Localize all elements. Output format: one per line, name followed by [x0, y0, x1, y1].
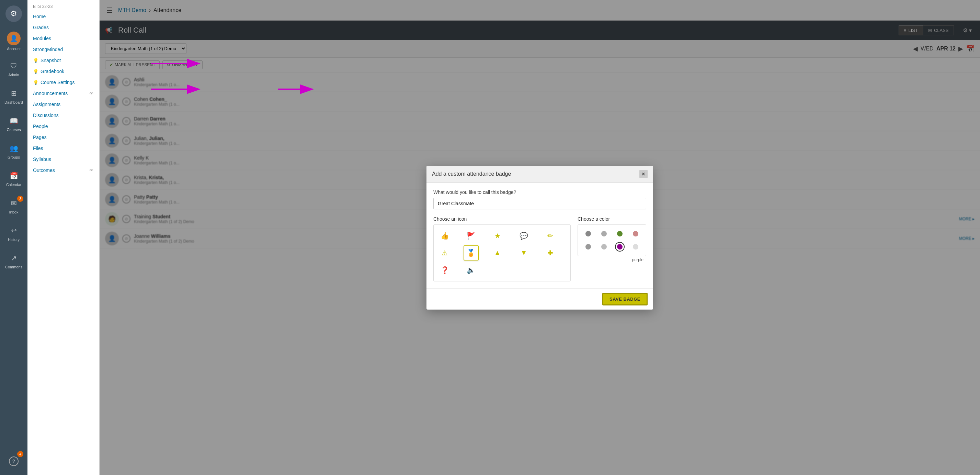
sidebar-item-grades[interactable]: Grades: [27, 22, 99, 33]
add-badge-modal: Add a custom attendance badge ✕ What wou…: [426, 166, 653, 310]
gradebook-label: Gradebook: [41, 68, 64, 74]
save-badge-button[interactable]: SAVE BADGE: [602, 293, 648, 305]
strongminded-label: StrongMinded: [33, 47, 63, 52]
bulb-icon-snapshot: 💡: [33, 58, 38, 63]
groups-icon: 👥: [8, 143, 19, 154]
color-dot-inner: [617, 244, 622, 249]
color-swatch-c8[interactable]: [631, 242, 640, 252]
sidebar-item-files[interactable]: Files: [27, 143, 99, 154]
pencil-icon-cell[interactable]: ✏: [542, 228, 558, 243]
choose-icon-label: Choose an icon: [433, 216, 571, 222]
color-dot-inner: [617, 231, 622, 237]
sidebar-item-assignments[interactable]: Assignments: [27, 99, 99, 110]
bulb-icon-gradebook: 💡: [33, 69, 38, 74]
sidebar-item-syllabus[interactable]: Syllabus: [27, 154, 99, 165]
canvas-logo: ⚙: [5, 5, 22, 22]
badge-icon-cell[interactable]: 🏅: [464, 245, 479, 261]
help-icon: ?: [9, 456, 19, 466]
sidebar-item-announcements[interactable]: Announcements 👁: [27, 88, 99, 99]
courses-icon: 📖: [8, 115, 19, 126]
sidebar-item-strongminded[interactable]: StrongMinded: [27, 44, 99, 55]
color-dot-inner: [585, 231, 591, 237]
color-dot-inner: [633, 244, 638, 249]
nav-item-admin[interactable]: 🛡 Admin: [0, 55, 27, 83]
color-swatch-c7[interactable]: [615, 242, 625, 252]
flag-icon-cell[interactable]: 🚩: [464, 228, 479, 243]
grades-label: Grades: [33, 25, 49, 30]
syllabus-label: Syllabus: [33, 157, 51, 162]
nav-label-courses: Courses: [7, 128, 21, 132]
plus-icon-cell[interactable]: ✚: [542, 245, 558, 261]
eye-icon-outcomes: 👁: [89, 168, 94, 173]
color-grid: [578, 224, 646, 256]
color-dot-inner: [601, 231, 607, 237]
color-dot-inner: [633, 231, 638, 237]
calendar-icon: 📅: [8, 170, 19, 181]
badge-name-label: What would you like to call this badge?: [433, 189, 646, 195]
announcements-label: Announcements: [33, 91, 68, 96]
color-swatch-c6[interactable]: [599, 242, 609, 252]
sidebar-item-discussions[interactable]: Discussions: [27, 110, 99, 121]
nav-label-admin: Admin: [8, 73, 19, 77]
main-content: ☰ MTH Demo › Attendance 📢 Roll Call ≡ LI…: [100, 0, 980, 475]
nav-item-account[interactable]: 👤 Account: [0, 27, 27, 55]
nav-label-history: History: [8, 237, 19, 241]
choose-color-label: Choose a color: [578, 216, 646, 222]
course-settings-label: Course Settings: [41, 79, 75, 85]
badge-name-input[interactable]: [433, 198, 646, 209]
admin-icon: 🛡: [8, 60, 19, 71]
selected-color-name: purple: [578, 257, 646, 262]
bulb-icon-settings: 💡: [33, 80, 38, 85]
nav-label-inbox: Inbox: [9, 210, 19, 214]
help-badge: 4: [17, 451, 23, 457]
question-icon-cell[interactable]: ❓: [437, 262, 452, 278]
course-label: BTS 22-23: [27, 0, 99, 11]
thumb-up-icon-cell[interactable]: 👍: [437, 228, 452, 243]
arrow-up-icon-cell[interactable]: ▲: [490, 245, 505, 261]
sidebar-item-outcomes[interactable]: Outcomes 👁: [27, 165, 99, 176]
color-dot-inner: [601, 244, 607, 249]
nav-item-inbox[interactable]: ✉ Inbox 3: [0, 192, 27, 220]
modal-header: Add a custom attendance badge ✕: [426, 166, 653, 183]
sidebar-item-snapshot[interactable]: 💡 Snapshot: [27, 55, 99, 66]
star-icon-cell[interactable]: ★: [490, 228, 505, 243]
sidebar-item-people[interactable]: People: [27, 121, 99, 132]
sidebar-item-course-settings[interactable]: 💡 Course Settings: [27, 77, 99, 88]
nav-item-help[interactable]: ? 4: [0, 448, 27, 475]
sidebar-item-pages[interactable]: Pages: [27, 132, 99, 143]
eye-icon-announcements: 👁: [89, 91, 94, 96]
color-swatch-c3[interactable]: [615, 229, 625, 238]
modal-close-button[interactable]: ✕: [640, 170, 648, 178]
modal-title: Add a custom attendance badge: [432, 171, 511, 177]
sidebar-item-home[interactable]: Home: [27, 11, 99, 22]
modal-overlay: Add a custom attendance badge ✕ What wou…: [100, 0, 980, 475]
modal-icon-color-row: Choose an icon 👍🚩★💬✏⚠🏅▲▼✚❓🔈 Choose a col…: [433, 216, 646, 281]
nav-label-calendar: Calendar: [6, 183, 22, 187]
nav-item-courses[interactable]: 📖 Courses: [0, 110, 27, 137]
down-arrow-icon-cell[interactable]: ▼: [516, 245, 531, 261]
nav-item-commons[interactable]: ↗ Commons: [0, 247, 27, 275]
sidebar-item-modules[interactable]: Modules: [27, 33, 99, 44]
people-label: People: [33, 124, 48, 129]
warning-icon-cell[interactable]: ⚠: [437, 245, 452, 261]
course-sidebar: BTS 22-23 Home Grades Modules StrongMind…: [27, 0, 100, 475]
outcomes-label: Outcomes: [33, 167, 55, 173]
icon-section: Choose an icon 👍🚩★💬✏⚠🏅▲▼✚❓🔈: [433, 216, 571, 281]
color-swatch-c4[interactable]: [631, 229, 640, 238]
color-swatch-c5[interactable]: [584, 242, 593, 252]
color-section: Choose a color purple: [578, 216, 646, 281]
color-swatch-c1[interactable]: [584, 229, 593, 238]
snapshot-label: Snapshot: [41, 58, 61, 63]
nav-item-dashboard[interactable]: ⊞ Dashboard: [0, 83, 27, 110]
account-avatar: 👤: [7, 32, 21, 45]
color-swatch-c2[interactable]: [599, 229, 609, 238]
chat-icon-cell[interactable]: 💬: [516, 228, 531, 243]
global-nav-logo[interactable]: ⚙: [0, 0, 27, 27]
history-icon: ↩: [8, 225, 19, 236]
sidebar-item-gradebook[interactable]: 💡 Gradebook: [27, 66, 99, 77]
volume-icon-cell[interactable]: 🔈: [464, 262, 479, 278]
nav-item-groups[interactable]: 👥 Groups: [0, 137, 27, 165]
nav-item-history[interactable]: ↩ History: [0, 220, 27, 247]
nav-item-calendar[interactable]: 📅 Calendar: [0, 165, 27, 192]
discussions-label: Discussions: [33, 113, 59, 118]
